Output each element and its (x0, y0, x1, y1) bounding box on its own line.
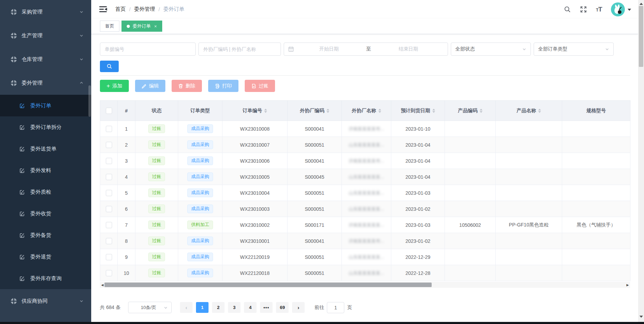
next-page-button[interactable]: › (292, 302, 305, 313)
table-row[interactable]: 10 过账 成品采购 WX22120018 S000051 山东某某某某某...… (100, 265, 630, 281)
user-menu[interactable] (611, 2, 631, 16)
sort-icon[interactable] (327, 109, 329, 113)
breadcrumb-section[interactable]: 委外管理 (134, 6, 155, 13)
sidebar-subitem-stock-prep[interactable]: 委外备货 (0, 224, 91, 246)
sidebar-item-warehouse[interactable]: 仓库管理 (0, 47, 91, 71)
sidebar-item-production[interactable]: 生产管理 (0, 24, 91, 47)
status-select[interactable]: 全部状态 (451, 43, 531, 56)
sort-icon[interactable] (378, 109, 381, 113)
table-row[interactable]: 3 过账 成品采购 WX23010006 S000041 济南某某某某有... … (100, 153, 630, 169)
end-date-placeholder[interactable]: 结束日期 (373, 46, 443, 52)
sort-icon[interactable] (264, 109, 267, 113)
browser-vertical-scrollbar[interactable] (638, 0, 644, 322)
vertical-scrollbar-thumb[interactable] (639, 6, 643, 67)
supplier-search-input[interactable] (198, 43, 281, 56)
col-product-name[interactable]: 产品名称 (496, 101, 562, 121)
table-row[interactable]: 5 过账 成品采购 WX23010004 S000051 山东某某某某某... … (100, 185, 630, 201)
scroll-down-icon[interactable] (639, 316, 643, 319)
print-button[interactable]: 打印 (208, 80, 238, 92)
table-row[interactable]: 2 过账 成品采购 WX23010007 S000051 山东某某某某某... … (100, 137, 630, 153)
row-checkbox[interactable] (106, 222, 112, 228)
col-expected-date[interactable]: 预计到货日期 (391, 101, 445, 121)
more-pages-button[interactable]: ••• (260, 302, 273, 313)
status-badge: 过账 (148, 188, 165, 197)
table-row[interactable]: 1 过账 成品采购 WX23010008 S000041 济南某某某某有... … (100, 121, 630, 137)
sort-icon[interactable] (432, 109, 435, 113)
sidebar-subitem-order-split[interactable]: 委外订单拆分 (0, 116, 91, 138)
sidebar-item-supplier-collab[interactable]: 供应商协同 (0, 289, 91, 313)
add-button[interactable]: + 添加 (100, 80, 129, 92)
search-button[interactable] (100, 61, 119, 72)
col-supplier-code[interactable]: 外协厂编码 (288, 101, 342, 121)
select-all-checkbox[interactable] (106, 108, 112, 114)
sidebar-subitem-inventory-query[interactable]: 委外库存查询 (0, 268, 91, 289)
page-size-select[interactable]: 10条/页 (128, 302, 172, 313)
row-checkbox[interactable] (106, 270, 112, 276)
page-button-2[interactable]: 2 (212, 302, 225, 313)
sidebar-subitem-material-issue[interactable]: 委外发料 (0, 160, 91, 181)
table-row[interactable]: 8 过账 成品采购 WX23010001 S000041 济南某某某某有... … (100, 233, 630, 249)
start-date-placeholder[interactable]: 开始日期 (294, 46, 364, 52)
scroll-right-icon[interactable]: ▶ (625, 282, 630, 288)
row-index: 4 (118, 169, 135, 185)
table-row[interactable]: 6 过账 成品采购 WX23010003 S000051 山东某某某某某... … (100, 201, 630, 217)
page-button-1[interactable]: 1 (196, 302, 209, 313)
bill-no-input[interactable] (100, 43, 196, 56)
page-button-3[interactable]: 3 (228, 302, 241, 313)
sort-icon[interactable] (480, 109, 482, 113)
row-checkbox[interactable] (106, 206, 112, 212)
table-row[interactable]: 4 过账 成品采购 WX23010005 S000045 山东某某某某某... … (100, 169, 630, 185)
sidebar-subitem-outsourcing-order[interactable]: 委外订单 (0, 95, 91, 116)
row-checkbox[interactable] (106, 254, 112, 260)
sidebar-scrollbar-thumb[interactable] (88, 85, 91, 117)
page-size-value: 10条/页 (133, 304, 164, 311)
avatar[interactable] (611, 2, 625, 16)
fullscreen-icon[interactable] (580, 6, 587, 13)
row-checkbox[interactable] (106, 126, 112, 132)
font-size-icon[interactable]: TT (596, 6, 602, 13)
breadcrumb-home[interactable]: 首页 (115, 6, 126, 13)
sidebar-item-purchase[interactable]: 采购管理 (0, 0, 91, 24)
order-type-badge: 成品采购 (187, 237, 213, 245)
sidebar-subitem-label: 委外备货 (30, 232, 51, 239)
goto-page-input[interactable] (327, 302, 344, 313)
order-no-cell: WX23010003 (222, 201, 288, 217)
table-horizontal-scrollbar[interactable]: ◀ ▶ (100, 282, 630, 288)
scroll-up-icon[interactable] (639, 1, 643, 5)
delete-button[interactable]: 删除 (172, 80, 202, 92)
page-button-4[interactable]: 4 (244, 302, 257, 313)
date-range-picker[interactable]: 开始日期 至 结束日期 (284, 43, 448, 56)
order-type-select[interactable]: 全部订单类型 (534, 43, 614, 56)
sidebar-subitem-returns[interactable]: 委外退货 (0, 246, 91, 268)
row-checkbox[interactable] (106, 174, 112, 180)
col-order-no[interactable]: 订单编号 (222, 101, 288, 121)
tab-home[interactable]: 首页 (100, 21, 119, 32)
row-checkbox[interactable] (106, 190, 112, 196)
col-product-code[interactable]: 产品编码 (445, 101, 496, 121)
row-checkbox[interactable] (106, 158, 112, 164)
search-icon[interactable] (564, 6, 571, 13)
row-checkbox[interactable] (106, 142, 112, 148)
sort-icon[interactable] (538, 109, 541, 113)
page-button-last[interactable]: 69 (276, 302, 289, 313)
sidebar-subitem-delivery-note[interactable]: 委外送货单 (0, 138, 91, 160)
horizontal-scrollbar-thumb[interactable] (104, 283, 432, 287)
toolbar: + 添加 编辑 删除 打印 过账 (100, 80, 630, 92)
collapse-sidebar-icon[interactable] (99, 6, 108, 13)
table-row[interactable]: 9 过账 成品采购 WX22120019 S000051 山东某某某某某... … (100, 249, 630, 265)
chevron-down-icon (79, 33, 84, 38)
sidebar-item-outsourcing[interactable]: 委外管理 (0, 71, 91, 95)
edit-button[interactable]: 编辑 (135, 80, 165, 92)
close-tab-icon[interactable]: × (154, 24, 157, 29)
scroll-left-icon[interactable]: ◀ (100, 282, 105, 288)
sidebar-subitem-receiving[interactable]: 委外收货 (0, 203, 91, 224)
table-row[interactable]: 7 过账 供料加工 WX23010002 S000171 济南某某某某某... … (100, 217, 630, 233)
product-name-cell (496, 233, 562, 249)
prev-page-button[interactable]: ‹ (180, 302, 193, 313)
row-checkbox[interactable] (106, 238, 112, 244)
col-supplier-name[interactable]: 外协厂名称 (342, 101, 391, 121)
spec-cell (562, 121, 630, 137)
tab-outsourcing-order[interactable]: 委外订单 × (121, 21, 162, 32)
sidebar-subitem-quality-check[interactable]: 委外质检 (0, 181, 91, 203)
post-button[interactable]: 过账 (245, 80, 275, 92)
